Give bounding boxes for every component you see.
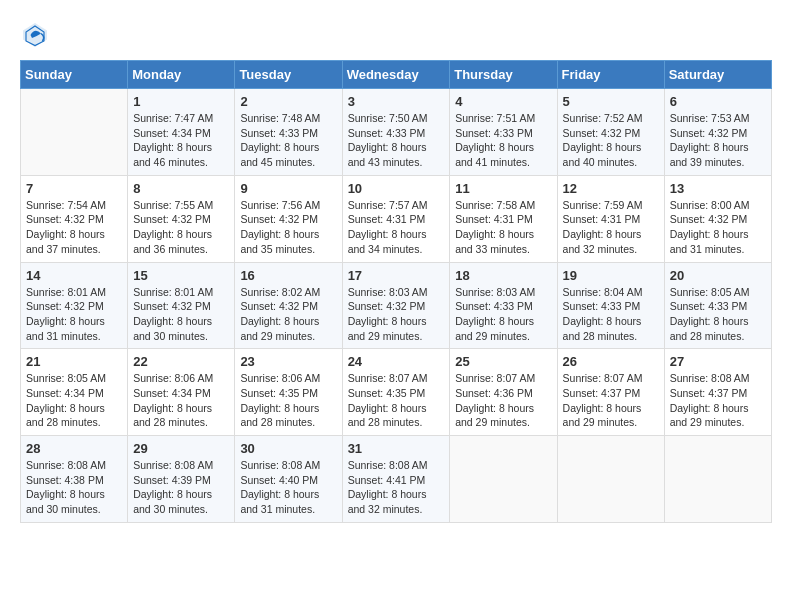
day-info: Sunrise: 8:07 AM Sunset: 4:35 PM Dayligh… <box>348 371 445 430</box>
day-info: Sunrise: 8:01 AM Sunset: 4:32 PM Dayligh… <box>133 285 229 344</box>
calendar-cell: 27Sunrise: 8:08 AM Sunset: 4:37 PM Dayli… <box>664 349 771 436</box>
calendar-cell: 16Sunrise: 8:02 AM Sunset: 4:32 PM Dayli… <box>235 262 342 349</box>
calendar-cell: 14Sunrise: 8:01 AM Sunset: 4:32 PM Dayli… <box>21 262 128 349</box>
day-info: Sunrise: 8:08 AM Sunset: 4:40 PM Dayligh… <box>240 458 336 517</box>
day-number: 7 <box>26 181 122 196</box>
day-info: Sunrise: 8:03 AM Sunset: 4:32 PM Dayligh… <box>348 285 445 344</box>
day-info: Sunrise: 7:52 AM Sunset: 4:32 PM Dayligh… <box>563 111 659 170</box>
calendar-cell: 22Sunrise: 8:06 AM Sunset: 4:34 PM Dayli… <box>128 349 235 436</box>
day-number: 25 <box>455 354 551 369</box>
calendar-week-row: 14Sunrise: 8:01 AM Sunset: 4:32 PM Dayli… <box>21 262 772 349</box>
calendar-cell: 17Sunrise: 8:03 AM Sunset: 4:32 PM Dayli… <box>342 262 450 349</box>
calendar-cell: 7Sunrise: 7:54 AM Sunset: 4:32 PM Daylig… <box>21 175 128 262</box>
calendar-week-row: 21Sunrise: 8:05 AM Sunset: 4:34 PM Dayli… <box>21 349 772 436</box>
day-number: 15 <box>133 268 229 283</box>
day-info: Sunrise: 7:59 AM Sunset: 4:31 PM Dayligh… <box>563 198 659 257</box>
calendar-weekday-thursday: Thursday <box>450 61 557 89</box>
calendar-cell: 24Sunrise: 8:07 AM Sunset: 4:35 PM Dayli… <box>342 349 450 436</box>
calendar-weekday-monday: Monday <box>128 61 235 89</box>
calendar-cell: 3Sunrise: 7:50 AM Sunset: 4:33 PM Daylig… <box>342 89 450 176</box>
day-number: 19 <box>563 268 659 283</box>
calendar-cell: 28Sunrise: 8:08 AM Sunset: 4:38 PM Dayli… <box>21 436 128 523</box>
calendar-cell: 11Sunrise: 7:58 AM Sunset: 4:31 PM Dayli… <box>450 175 557 262</box>
day-number: 24 <box>348 354 445 369</box>
day-number: 28 <box>26 441 122 456</box>
day-info: Sunrise: 8:06 AM Sunset: 4:35 PM Dayligh… <box>240 371 336 430</box>
day-info: Sunrise: 8:08 AM Sunset: 4:37 PM Dayligh… <box>670 371 766 430</box>
day-number: 20 <box>670 268 766 283</box>
calendar-cell: 20Sunrise: 8:05 AM Sunset: 4:33 PM Dayli… <box>664 262 771 349</box>
calendar-table: SundayMondayTuesdayWednesdayThursdayFrid… <box>20 60 772 523</box>
calendar-cell: 4Sunrise: 7:51 AM Sunset: 4:33 PM Daylig… <box>450 89 557 176</box>
day-number: 9 <box>240 181 336 196</box>
day-info: Sunrise: 8:00 AM Sunset: 4:32 PM Dayligh… <box>670 198 766 257</box>
calendar-weekday-sunday: Sunday <box>21 61 128 89</box>
day-number: 2 <box>240 94 336 109</box>
day-number: 26 <box>563 354 659 369</box>
day-info: Sunrise: 8:05 AM Sunset: 4:34 PM Dayligh… <box>26 371 122 430</box>
day-info: Sunrise: 7:53 AM Sunset: 4:32 PM Dayligh… <box>670 111 766 170</box>
calendar-weekday-saturday: Saturday <box>664 61 771 89</box>
day-info: Sunrise: 8:02 AM Sunset: 4:32 PM Dayligh… <box>240 285 336 344</box>
day-number: 27 <box>670 354 766 369</box>
calendar-cell: 31Sunrise: 8:08 AM Sunset: 4:41 PM Dayli… <box>342 436 450 523</box>
day-info: Sunrise: 7:54 AM Sunset: 4:32 PM Dayligh… <box>26 198 122 257</box>
calendar-header-row: SundayMondayTuesdayWednesdayThursdayFrid… <box>21 61 772 89</box>
calendar-cell: 8Sunrise: 7:55 AM Sunset: 4:32 PM Daylig… <box>128 175 235 262</box>
day-info: Sunrise: 8:03 AM Sunset: 4:33 PM Dayligh… <box>455 285 551 344</box>
day-number: 11 <box>455 181 551 196</box>
day-number: 3 <box>348 94 445 109</box>
day-number: 17 <box>348 268 445 283</box>
calendar-cell: 10Sunrise: 7:57 AM Sunset: 4:31 PM Dayli… <box>342 175 450 262</box>
calendar-cell: 18Sunrise: 8:03 AM Sunset: 4:33 PM Dayli… <box>450 262 557 349</box>
calendar-cell: 1Sunrise: 7:47 AM Sunset: 4:34 PM Daylig… <box>128 89 235 176</box>
calendar-cell: 13Sunrise: 8:00 AM Sunset: 4:32 PM Dayli… <box>664 175 771 262</box>
calendar-cell: 5Sunrise: 7:52 AM Sunset: 4:32 PM Daylig… <box>557 89 664 176</box>
day-info: Sunrise: 7:56 AM Sunset: 4:32 PM Dayligh… <box>240 198 336 257</box>
day-info: Sunrise: 8:01 AM Sunset: 4:32 PM Dayligh… <box>26 285 122 344</box>
calendar-cell <box>664 436 771 523</box>
day-number: 14 <box>26 268 122 283</box>
calendar-cell <box>450 436 557 523</box>
day-info: Sunrise: 8:07 AM Sunset: 4:36 PM Dayligh… <box>455 371 551 430</box>
day-info: Sunrise: 8:06 AM Sunset: 4:34 PM Dayligh… <box>133 371 229 430</box>
day-info: Sunrise: 8:07 AM Sunset: 4:37 PM Dayligh… <box>563 371 659 430</box>
calendar-cell: 26Sunrise: 8:07 AM Sunset: 4:37 PM Dayli… <box>557 349 664 436</box>
calendar-cell: 12Sunrise: 7:59 AM Sunset: 4:31 PM Dayli… <box>557 175 664 262</box>
day-number: 8 <box>133 181 229 196</box>
calendar-week-row: 28Sunrise: 8:08 AM Sunset: 4:38 PM Dayli… <box>21 436 772 523</box>
calendar-weekday-tuesday: Tuesday <box>235 61 342 89</box>
day-info: Sunrise: 7:55 AM Sunset: 4:32 PM Dayligh… <box>133 198 229 257</box>
calendar-cell: 9Sunrise: 7:56 AM Sunset: 4:32 PM Daylig… <box>235 175 342 262</box>
day-info: Sunrise: 7:51 AM Sunset: 4:33 PM Dayligh… <box>455 111 551 170</box>
day-info: Sunrise: 8:08 AM Sunset: 4:41 PM Dayligh… <box>348 458 445 517</box>
day-number: 6 <box>670 94 766 109</box>
calendar-cell: 15Sunrise: 8:01 AM Sunset: 4:32 PM Dayli… <box>128 262 235 349</box>
day-number: 13 <box>670 181 766 196</box>
day-number: 30 <box>240 441 336 456</box>
day-number: 31 <box>348 441 445 456</box>
day-info: Sunrise: 7:50 AM Sunset: 4:33 PM Dayligh… <box>348 111 445 170</box>
day-number: 18 <box>455 268 551 283</box>
day-number: 12 <box>563 181 659 196</box>
calendar-cell: 19Sunrise: 8:04 AM Sunset: 4:33 PM Dayli… <box>557 262 664 349</box>
day-info: Sunrise: 7:47 AM Sunset: 4:34 PM Dayligh… <box>133 111 229 170</box>
calendar-cell: 21Sunrise: 8:05 AM Sunset: 4:34 PM Dayli… <box>21 349 128 436</box>
day-number: 16 <box>240 268 336 283</box>
day-number: 10 <box>348 181 445 196</box>
calendar-weekday-wednesday: Wednesday <box>342 61 450 89</box>
calendar-cell: 23Sunrise: 8:06 AM Sunset: 4:35 PM Dayli… <box>235 349 342 436</box>
logo <box>20 20 54 50</box>
day-number: 23 <box>240 354 336 369</box>
logo-icon <box>20 20 50 50</box>
page-header <box>20 20 772 50</box>
day-info: Sunrise: 8:08 AM Sunset: 4:39 PM Dayligh… <box>133 458 229 517</box>
calendar-week-row: 1Sunrise: 7:47 AM Sunset: 4:34 PM Daylig… <box>21 89 772 176</box>
day-info: Sunrise: 8:05 AM Sunset: 4:33 PM Dayligh… <box>670 285 766 344</box>
day-number: 1 <box>133 94 229 109</box>
day-info: Sunrise: 8:04 AM Sunset: 4:33 PM Dayligh… <box>563 285 659 344</box>
calendar-cell: 29Sunrise: 8:08 AM Sunset: 4:39 PM Dayli… <box>128 436 235 523</box>
day-number: 5 <box>563 94 659 109</box>
calendar-cell <box>557 436 664 523</box>
day-number: 22 <box>133 354 229 369</box>
